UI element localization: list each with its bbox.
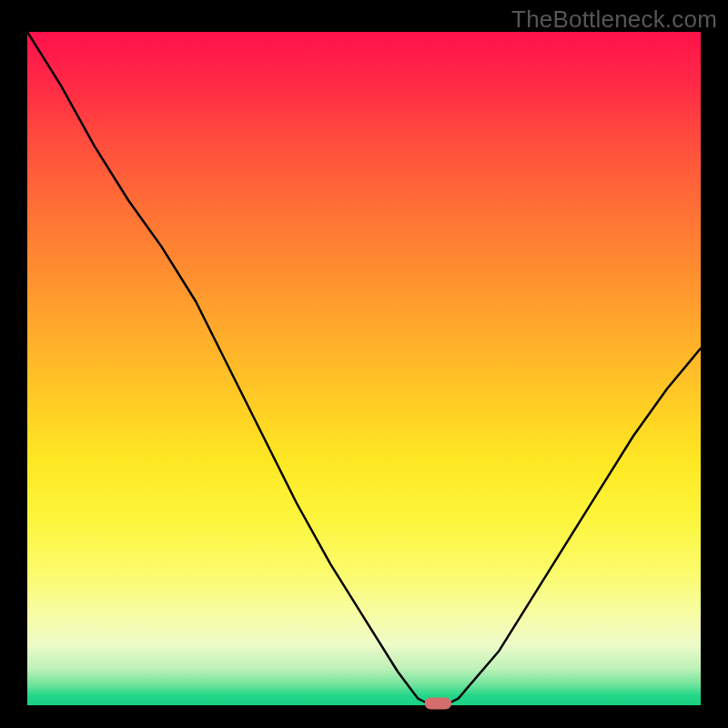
plot-area	[27, 32, 701, 705]
line-series	[27, 32, 701, 705]
chart-frame: TheBottleneck.com	[0, 0, 728, 728]
watermark-text: TheBottleneck.com	[511, 5, 717, 34]
bottleneck-curve	[27, 32, 701, 705]
optimum-marker	[425, 698, 452, 710]
